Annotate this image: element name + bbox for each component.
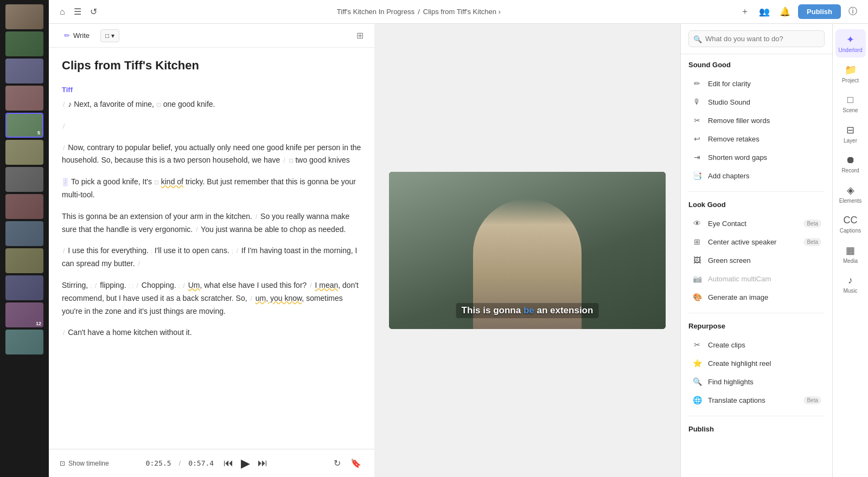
captions-label: Captions [840,228,861,234]
skip-back-button[interactable]: ⏮ [221,455,235,471]
edit-clarity-label: Edit for clarity [708,80,821,88]
thumbnail-12[interactable]: 12 [5,302,43,327]
media-label: Media [843,258,858,264]
sidebar-item-studio-sound[interactable]: 🎙 Studio Sound [688,93,825,111]
menu-button[interactable]: ☰ [72,4,84,19]
thumbnail-4[interactable] [5,86,43,111]
thumbnail-1[interactable] [5,4,43,29]
thumbnail-2[interactable] [5,31,43,56]
search-input[interactable] [688,30,825,47]
transport-bar: ⊡ Show timeline 0:25.5 / 0:57.4 ⏮ ▶ ⏭ ↻ … [49,449,374,477]
eye-contact-badge: Beta [803,220,821,228]
thumbnail-7[interactable] [5,167,43,192]
thumbnail-8[interactable] [5,194,43,219]
underlord-icon: ✦ [846,34,854,46]
look-good-title: Look Good [688,201,825,209]
publish-button[interactable]: Publish [798,4,841,19]
icon-col-layer[interactable]: ⊟ Layer [835,120,866,148]
sidebar-item-auto-multicam: 📷 Automatic multiCam [688,269,825,288]
sidebar-item-eye-contact[interactable]: 👁 Eye Contact Beta [688,214,825,233]
record-icon: ⏺ [846,154,856,166]
play-button[interactable]: ▶ [241,456,250,470]
caption-button[interactable]: □ ▾ [100,29,119,42]
video-subtitle: This is gonna be an extension [456,303,599,318]
total-time: 0:57.4 [188,459,214,467]
thumbnail-10[interactable] [5,248,43,273]
notifications-button[interactable]: 🔔 [777,4,793,19]
users-button[interactable]: 👥 [757,4,772,19]
icon-column: ✦ Underlord 📁 Project □ Scene ⊟ Layer ⏺ … [832,24,868,477]
video-panel: This is gonna be an extension [374,24,680,477]
search-icon: 🔍 [693,35,702,43]
thumbnail-11[interactable] [5,275,43,300]
bookmark-button[interactable]: 🔖 [348,456,363,470]
sidebar-item-shorten-gaps[interactable]: ⇥ Shorten word gaps [688,148,825,166]
studio-sound-label: Studio Sound [708,98,821,106]
green-screen-label: Green screen [708,256,821,265]
home-button[interactable]: ⌂ [58,5,67,19]
project-icon: 📁 [845,64,857,76]
icon-col-media[interactable]: ▦ Media [835,240,866,268]
loop-button[interactable]: ↻ [331,456,343,470]
center-speaker-label: Center active speaker [708,238,798,246]
thumbnail-5[interactable]: 5 [5,113,43,138]
icon-col-scene[interactable]: □ Scene [835,90,866,118]
icon-col-underlord[interactable]: ✦ Underlord [835,29,866,57]
add-button[interactable]: ＋ [738,4,751,20]
captions-icon: CC [844,215,858,226]
skip-forward-button[interactable]: ⏭ [256,455,270,471]
add-chapters-icon: 📑 [692,170,703,181]
sidebar-search-area: 🔍 [681,24,832,54]
timeline-toggle[interactable]: ⊡ Show timeline [60,460,109,467]
sidebar-item-edit-clarity[interactable]: ✏ Edit for clarity [688,74,825,93]
sidebar-item-add-chapters[interactable]: 📑 Add chapters [688,166,825,185]
thumbnail-6[interactable] [5,140,43,165]
help-button[interactable]: ⓘ [846,4,859,20]
music-label: Music [843,288,857,294]
thumbnail-9[interactable] [5,221,43,246]
icon-col-record[interactable]: ⏺ Record [835,150,866,178]
content-split: ✏ Write □ ▾ ⊞ Clips from Tiff's Kitchen … [49,24,868,477]
divider-3 [688,416,825,416]
video-background: This is gonna be an extension [389,172,666,329]
icon-col-captions[interactable]: CC Captions [835,210,866,238]
remove-fillers-icon: ✂ [692,115,703,126]
grid-icon[interactable]: ⊞ [356,30,363,41]
underlord-sidebar: 🔍 Sound Good ✏ Edit for clarity 🎙 Studio… [680,24,832,477]
write-button[interactable]: ✏ Write [60,29,94,42]
sidebar-item-center-speaker[interactable]: ⊞ Center active speaker Beta [688,233,825,251]
edit-clarity-icon: ✏ [692,78,703,89]
sidebar-item-remove-fillers[interactable]: ✂ Remove filler words [688,111,825,130]
highlight-reel-label: Create highlight reel [708,359,821,368]
icon-col-project[interactable]: 📁 Project [835,60,866,88]
add-chapters-label: Add chapters [708,172,821,180]
transcript-para-7: Stirring, ; / flipping. ; ; / Chopping. … [62,279,361,318]
thumbnail-3[interactable] [5,59,43,83]
publish-section: Publish [681,418,832,443]
sidebar-item-find-highlights[interactable]: 🔍 Find highlights [688,372,825,391]
sidebar-item-green-screen[interactable]: 🖼 Green screen [688,251,825,269]
sidebar-item-gen-image[interactable]: 🎨 Generate an image [688,288,825,306]
repurpose-section: Repurpose ✂ Create clips ⭐ Create highli… [681,315,832,414]
sidebar-item-translate[interactable]: 🌐 Translate captions Beta [688,391,825,409]
sidebar-item-highlight-reel[interactable]: ⭐ Create highlight reel [688,354,825,372]
speaker-label: Tiff [62,86,361,94]
icon-col-elements[interactable]: ◈ Elements [835,180,866,208]
layer-label: Layer [844,138,857,144]
transport-controls: 0:25.5 / 0:57.4 ⏮ ▶ ⏭ [144,455,270,471]
transcript-content: Clips from Tiff's Kitchen Tiff / ♪ Next,… [49,48,374,449]
music-note: ♪ [68,100,74,108]
sidebar-item-remove-retakes[interactable]: ↩ Remove retakes [688,130,825,148]
sound-good-title: Sound Good [688,61,825,69]
thumbnail-13[interactable] [5,330,43,354]
back-button[interactable]: ↺ [88,4,99,19]
remove-retakes-icon: ↩ [692,133,703,144]
icon-col-music[interactable]: ♪ Music [835,270,866,298]
layer-icon: ⊟ [846,124,854,136]
caption-icon: □ [105,32,109,40]
write-icon: ✏ [64,31,70,40]
sidebar-item-create-clips[interactable]: ✂ Create clips [688,336,825,354]
transcript-para-8: / Can't have a home kitchen without it. [62,326,361,339]
top-bar: ⌂ ☰ ↺ Tiff's Kitchen In Progress / Clips… [49,0,868,24]
eye-contact-label: Eye Contact [708,220,798,228]
